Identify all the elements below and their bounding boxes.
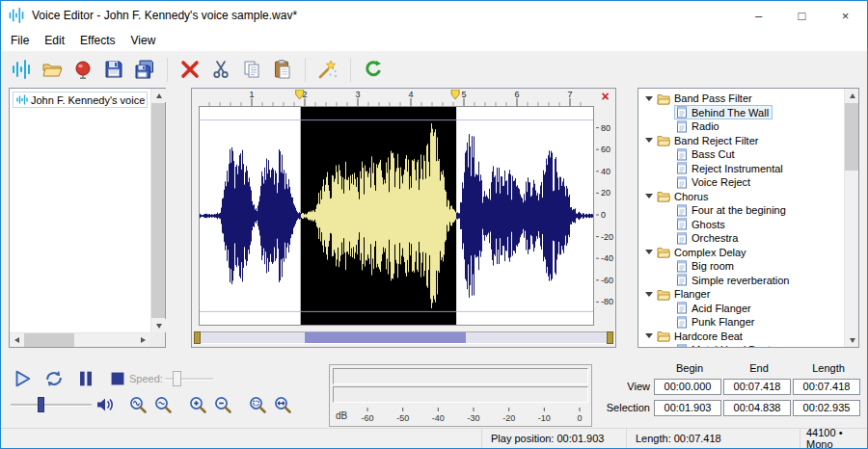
svg-text:-40: -40 — [432, 413, 445, 423]
svg-text:dB: dB — [336, 410, 348, 421]
preset-item[interactable]: Behind The Wall — [638, 106, 843, 120]
preset-folder[interactable]: Complex Delay — [638, 246, 843, 260]
window-title: Voice Editor - John F. Kennedy's voice s… — [32, 9, 297, 22]
preset-folder[interactable]: Band Reject Filter — [638, 134, 843, 148]
zoom-out-button[interactable] — [211, 393, 234, 416]
preset-item-label: Orchestra — [692, 232, 738, 244]
svg-text:-30: -30 — [467, 413, 479, 423]
pause-button[interactable] — [72, 365, 99, 391]
maximize-button[interactable]: □ — [780, 1, 824, 30]
close-button[interactable]: × — [824, 1, 867, 30]
collapse-arrow-icon[interactable] — [645, 333, 653, 338]
effects-wand-button[interactable] — [313, 55, 342, 84]
preset-item-label: Four at the begining — [692, 204, 786, 216]
svg-text:5: 5 — [461, 90, 466, 99]
open-sample-button[interactable] — [7, 55, 36, 84]
zoom-selection-button[interactable] — [246, 393, 269, 416]
save-icon — [103, 59, 124, 80]
scrollbar-left-cap[interactable] — [194, 331, 201, 344]
stop-button[interactable] — [104, 365, 131, 391]
paste-button[interactable] — [268, 55, 297, 84]
minimize-button[interactable]: – — [737, 1, 780, 30]
preset-folder[interactable]: Hardcore Beat — [638, 330, 843, 344]
preset-item[interactable]: Simple reverberation — [638, 274, 843, 288]
preset-item[interactable]: Punk Flanger — [638, 315, 843, 330]
cut-button[interactable] — [206, 55, 235, 84]
document-icon — [676, 344, 688, 347]
speaker-button[interactable] — [95, 394, 119, 415]
waveform-scrollbar-track[interactable] — [201, 331, 607, 344]
zoom-all-button[interactable] — [271, 393, 294, 416]
file-list-item[interactable]: John F. Kennedy's voice sampl — [13, 92, 148, 108]
toolbar — [1, 51, 867, 88]
document-icon — [676, 120, 688, 133]
close-waveform-button[interactable]: × — [598, 90, 612, 104]
preset-item[interactable]: Metal Head Beat — [638, 343, 843, 347]
file-list-vscrollbar[interactable] — [150, 89, 165, 332]
preset-folder[interactable]: Band Pass Filter — [638, 92, 843, 106]
collapse-arrow-icon[interactable] — [645, 194, 653, 198]
scroll-right-button[interactable] — [136, 333, 150, 347]
scroll-left-button[interactable] — [10, 333, 24, 347]
zoom-vertical-out-button[interactable] — [151, 393, 175, 416]
scroll-thumb[interactable] — [845, 103, 858, 171]
preset-item[interactable]: Acid Flanger — [638, 302, 843, 316]
record-icon — [72, 59, 94, 80]
column-header-end: End — [725, 362, 793, 374]
menu-effects[interactable]: Effects — [72, 31, 122, 50]
scroll-up-button[interactable] — [845, 89, 859, 102]
waveform-display[interactable] — [199, 106, 594, 326]
window-controls: – □ × — [737, 1, 867, 30]
scroll-thumb[interactable] — [151, 103, 165, 318]
speed-slider[interactable] — [165, 370, 213, 387]
svg-text:3: 3 — [355, 90, 360, 99]
menu-edit[interactable]: Edit — [37, 31, 72, 50]
collapse-arrow-icon[interactable] — [645, 96, 653, 101]
preset-item[interactable]: Four at the begining — [638, 203, 843, 218]
waveform-scrollbar[interactable] — [194, 331, 613, 344]
record-button[interactable] — [68, 55, 97, 84]
save-all-button[interactable] — [130, 55, 159, 84]
effects-wand-icon — [317, 59, 339, 80]
scroll-down-button[interactable] — [845, 333, 859, 347]
presets-vscrollbar[interactable] — [844, 89, 858, 347]
loop-button[interactable] — [41, 365, 68, 391]
menu-file[interactable]: File — [3, 31, 37, 50]
file-list-hscrollbar[interactable] — [10, 332, 150, 347]
menu-view[interactable]: View — [123, 31, 164, 50]
collapse-arrow-icon[interactable] — [645, 292, 653, 297]
time-value-cell: 00:04.838 — [723, 400, 791, 416]
open-file-button[interactable] — [38, 55, 67, 84]
time-ruler[interactable]: 1234567 — [199, 90, 592, 106]
zoom-in-button[interactable] — [186, 393, 209, 416]
preset-item[interactable]: Radio — [638, 119, 843, 134]
collapse-arrow-icon[interactable] — [645, 138, 653, 143]
preset-item[interactable]: Ghosts — [638, 218, 843, 232]
preset-item[interactable]: Voice Reject — [638, 175, 843, 190]
menu-bar: FileEditEffectsView — [1, 30, 867, 51]
delete-button[interactable] — [176, 55, 204, 84]
speed-thumb[interactable] — [173, 371, 181, 386]
scroll-thumb[interactable] — [24, 333, 74, 347]
svg-text:-20: -20 — [502, 413, 515, 423]
undo-button[interactable] — [359, 55, 388, 84]
volume-slider[interactable] — [11, 396, 92, 413]
scroll-up-button[interactable] — [151, 89, 166, 102]
preset-item[interactable]: Orchestra — [638, 231, 843, 246]
volume-thumb[interactable] — [38, 397, 44, 412]
svg-text:80: 80 — [601, 123, 610, 133]
preset-folder[interactable]: Flanger — [638, 287, 843, 302]
collapse-arrow-icon[interactable] — [645, 250, 653, 254]
zoom-vertical-in-button[interactable] — [126, 393, 149, 416]
preset-item[interactable]: Reject Instrumental — [638, 162, 843, 176]
preset-folder[interactable]: Chorus — [638, 190, 843, 204]
scrollbar-right-cap[interactable] — [607, 331, 613, 344]
svg-text:6: 6 — [514, 90, 519, 99]
save-button[interactable] — [99, 55, 128, 84]
play-button[interactable] — [9, 365, 36, 391]
preset-item[interactable]: Big room — [638, 259, 843, 274]
preset-item[interactable]: Bass Cut — [638, 147, 843, 162]
arrow-up-icon — [156, 93, 162, 98]
scroll-down-button[interactable] — [151, 319, 166, 332]
copy-button[interactable] — [237, 55, 266, 84]
